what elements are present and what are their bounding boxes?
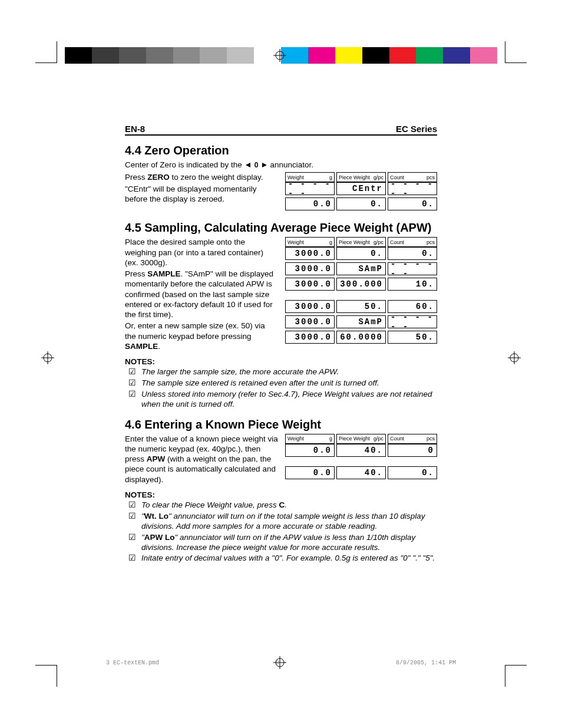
note-item: Initate entry of decimal values with a "… <box>125 554 437 564</box>
disp-cell: 0.0 <box>285 197 335 210</box>
section-4-5-notes: The larger the sample size, the more acc… <box>125 367 437 410</box>
section-4-4-instructions: Press ZERO to zero the weight display. "… <box>125 172 278 205</box>
color-swatch <box>416 47 443 64</box>
page: EN-8 EC Series 4.4 Zero Operation Center… <box>0 0 562 728</box>
note-item: The larger the sample size, the more acc… <box>125 367 437 377</box>
text: "CEntr" will be displayed momentarily be… <box>125 184 278 205</box>
color-swatch <box>92 47 119 64</box>
disp-cell: SAmP <box>336 315 386 328</box>
text: to zero the weight display. <box>170 173 263 182</box>
disp-cell: 50. <box>336 300 386 313</box>
header-page: EN-8 <box>125 124 145 134</box>
content: EN-8 EC Series 4.4 Zero Operation Center… <box>125 124 437 565</box>
disp-hdr-piece: Piece Weightg/pc <box>336 172 386 182</box>
section-4-5-display: Weightg Piece Weightg/pc Countpcs 3000.0… <box>285 237 437 346</box>
disp-cell: 40. <box>336 444 386 457</box>
key-sample: SAMPLE <box>147 269 180 278</box>
running-header: EN-8 EC Series <box>125 124 437 136</box>
disp-cell: 40. <box>336 466 386 479</box>
disp-cell: - - - - - - <box>388 262 437 275</box>
footer-page: 8 <box>276 660 279 666</box>
key-sample: SAMPLE <box>125 342 158 351</box>
disp-cell: 0. <box>388 247 437 260</box>
note-item: "Wt. Lo" annunciator will turn on if the… <box>125 512 437 532</box>
notes-label: NOTES: <box>125 490 437 499</box>
disp-cell: 0. <box>336 247 386 260</box>
disp-cell: SAmP <box>336 262 386 275</box>
crop-mark <box>35 665 57 687</box>
section-4-6-notes: To clear the Piece Weight value, press C… <box>125 500 437 564</box>
disp-cell: - - - - - - <box>388 315 437 328</box>
disp-cell: 3000.0 <box>285 300 335 313</box>
text: annunciator. <box>270 160 313 169</box>
disp-cell: 300.000 <box>336 278 386 291</box>
print-footer: 3 EC-textEN.pmd 8 8/9/2005, 1:41 PM <box>106 660 456 666</box>
section-4-4-body: Center of Zero is indicated by the 0 ann… <box>125 160 437 170</box>
footer-file: 3 EC-textEN.pmd <box>106 660 159 666</box>
color-swatch <box>362 47 389 64</box>
color-swatch <box>443 47 470 64</box>
svg-text:0: 0 <box>254 162 258 169</box>
text: Center of Zero is indicated by the <box>125 160 244 169</box>
color-swatch <box>389 47 416 64</box>
color-swatch <box>146 47 173 64</box>
color-swatch <box>470 47 497 64</box>
disp-hdr-weight: Weightg <box>285 237 335 247</box>
disp-hdr-piece: Piece Weightg/pc <box>336 237 386 247</box>
section-4-6-display: Weightg Piece Weightg/pc Countpcs 0.040.… <box>285 434 437 482</box>
disp-cell: 3000.0 <box>285 315 335 328</box>
text: Press <box>125 173 147 182</box>
text: Place the desired sample onto the weighi… <box>125 237 278 268</box>
disp-cell: 60.0000 <box>336 331 386 344</box>
color-swatch <box>227 47 254 64</box>
color-swatch <box>119 47 146 64</box>
registration-mark-icon <box>41 351 54 364</box>
disp-cell: CEntr <box>336 182 386 195</box>
note-item: "APW Lo" annunciator will turn on if the… <box>125 533 437 553</box>
text: . <box>158 342 160 351</box>
section-4-6-instructions: Enter the value of a known piece weight … <box>125 434 278 486</box>
disp-cell: 0. <box>388 197 437 210</box>
text: Or, enter a new sample size (ex. 50) via… <box>125 321 265 340</box>
footer-stamp: 8/9/2005, 1:41 PM <box>396 660 456 666</box>
disp-cell: 50. <box>388 331 437 344</box>
disp-cell: 3000.0 <box>285 262 335 275</box>
notes-label: NOTES: <box>125 357 437 366</box>
disp-hdr-count: Countpcs <box>388 434 437 444</box>
disp-cell: 3000.0 <box>285 247 335 260</box>
disp-hdr-count: Countpcs <box>388 237 437 247</box>
color-swatch <box>308 47 335 64</box>
section-4-5-title: 4.5 Sampling, Calculating Average Piece … <box>125 221 437 235</box>
color-swatch <box>335 47 362 64</box>
disp-cell: - - - - - - <box>388 182 437 195</box>
disp-cell: 0. <box>336 197 386 210</box>
disp-cell: - - - - - - <box>285 182 335 195</box>
header-series: EC Series <box>396 124 437 134</box>
crop-mark <box>505 41 527 63</box>
note-item: Unless stored into memory (refer to Sec.… <box>125 390 437 410</box>
disp-cell: 0. <box>388 466 437 479</box>
color-swatch <box>65 47 92 64</box>
registration-mark-icon <box>273 49 286 62</box>
section-4-5-instructions: Place the desired sample onto the weighi… <box>125 237 278 353</box>
crop-mark <box>35 41 57 63</box>
note-item: The sample size entered is retained even… <box>125 378 437 388</box>
section-4-6-title: 4.6 Entering a Known Piece Weight <box>125 418 437 431</box>
registration-mark-icon <box>508 351 521 364</box>
svg-marker-12 <box>246 163 250 167</box>
disp-cell: 0.0 <box>285 444 335 457</box>
crop-mark <box>505 665 527 687</box>
color-swatch <box>200 47 227 64</box>
key-zero: ZERO <box>147 173 170 182</box>
disp-cell: 0 <box>388 444 437 457</box>
disp-cell: 3000.0 <box>285 331 335 344</box>
note-item: To clear the Piece Weight value, press C… <box>125 500 437 510</box>
section-4-4-display: Weightg Piece Weightg/pc Countpcs - - - … <box>285 172 437 213</box>
svg-marker-14 <box>262 163 267 167</box>
text: Press <box>125 269 147 278</box>
disp-cell: 10. <box>388 278 437 291</box>
color-swatch <box>173 47 200 64</box>
disp-hdr-piece: Piece Weightg/pc <box>336 434 386 444</box>
key-apw: APW <box>147 454 166 463</box>
disp-cell: 3000.0 <box>285 278 335 291</box>
